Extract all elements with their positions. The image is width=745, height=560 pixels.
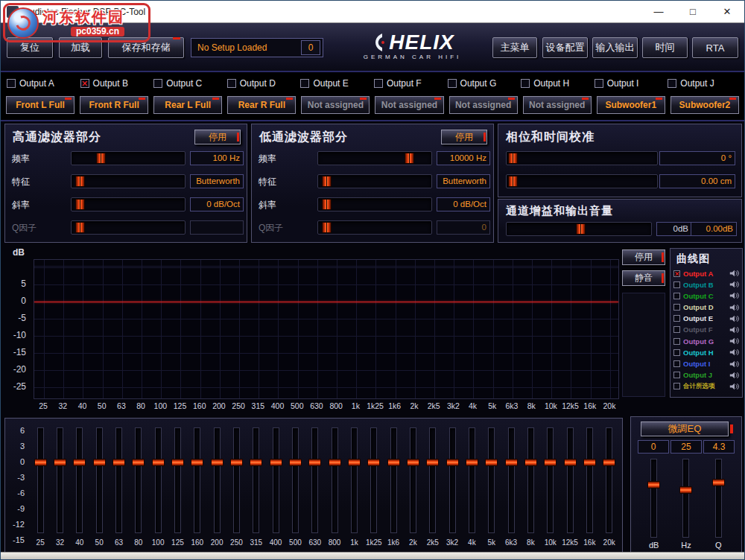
fine-eq-handle[interactable] bbox=[679, 486, 692, 494]
legend-checkbox[interactable] bbox=[673, 304, 680, 311]
gain-slider[interactable] bbox=[506, 222, 652, 236]
channel-name-button[interactable]: Not assigned bbox=[523, 96, 592, 114]
eq-band-handle[interactable] bbox=[308, 459, 321, 466]
phase-time-slider[interactable] bbox=[506, 174, 658, 188]
phase-time-value[interactable]: 0 ° bbox=[659, 151, 735, 165]
eq-band-handle[interactable] bbox=[112, 459, 125, 466]
filter-slider[interactable] bbox=[71, 174, 186, 188]
eq-band-handle[interactable] bbox=[485, 459, 498, 466]
eq-band-handle[interactable] bbox=[250, 459, 262, 466]
eq-band-slider[interactable] bbox=[429, 427, 436, 533]
lowpass-disable-button[interactable]: 停用 bbox=[441, 130, 487, 144]
output-tab[interactable]: Output C bbox=[153, 78, 227, 89]
eq-band-handle[interactable] bbox=[132, 459, 145, 466]
eq-band-slider[interactable] bbox=[57, 427, 63, 533]
eq-band-slider[interactable] bbox=[332, 427, 338, 533]
filter-value[interactable] bbox=[190, 220, 244, 235]
slider-handle[interactable] bbox=[75, 199, 85, 210]
legend-item[interactable]: Output F bbox=[673, 325, 740, 334]
slider-handle[interactable] bbox=[322, 222, 332, 233]
filter-value[interactable]: 0 dB/Oct bbox=[190, 197, 244, 211]
legend-item[interactable]: Output E bbox=[673, 314, 740, 323]
output-tab[interactable]: Output G bbox=[448, 78, 522, 89]
gain-db-value[interactable]: 0dB bbox=[656, 222, 692, 236]
filter-slider[interactable] bbox=[71, 151, 186, 165]
minimize-button[interactable]: — bbox=[641, 1, 676, 22]
legend-checkbox[interactable] bbox=[673, 293, 680, 299]
eq-band-slider[interactable] bbox=[351, 427, 358, 533]
speaker-icon[interactable] bbox=[729, 337, 740, 345]
highpass-disable-button[interactable]: 停用 bbox=[194, 130, 241, 144]
eq-band-handle[interactable] bbox=[211, 459, 224, 466]
legend-item[interactable]: Output H bbox=[673, 348, 740, 357]
eq-band-slider[interactable] bbox=[370, 427, 377, 533]
fine-eq-value[interactable]: 4.3 bbox=[703, 440, 735, 454]
rta-button[interactable]: RTA bbox=[692, 37, 738, 58]
eq-band-slider[interactable] bbox=[410, 427, 416, 533]
eq-band-slider[interactable] bbox=[96, 427, 103, 533]
legend-item[interactable]: Output G bbox=[673, 337, 740, 346]
legend-checkbox[interactable] bbox=[673, 349, 680, 356]
output-checkbox[interactable] bbox=[7, 79, 16, 88]
eq-band-handle[interactable] bbox=[270, 459, 282, 466]
filter-slider[interactable] bbox=[317, 151, 432, 165]
eq-band-handle[interactable] bbox=[230, 459, 243, 466]
speaker-icon[interactable] bbox=[729, 304, 740, 311]
eq-band-slider[interactable] bbox=[311, 427, 318, 533]
filter-value[interactable]: 100 Hz bbox=[190, 151, 244, 165]
gain-output-value[interactable]: 0.00dB bbox=[691, 222, 737, 236]
eq-band-handle[interactable] bbox=[505, 459, 518, 466]
legend-checkbox[interactable] bbox=[673, 326, 680, 333]
speaker-icon[interactable] bbox=[729, 360, 740, 368]
eq-band-handle[interactable] bbox=[73, 459, 86, 466]
close-button[interactable]: ✕ bbox=[710, 1, 744, 22]
speaker-icon[interactable] bbox=[729, 349, 740, 356]
output-checkbox[interactable] bbox=[80, 79, 89, 88]
eq-band-slider[interactable] bbox=[37, 427, 44, 533]
output-tab[interactable]: Output I bbox=[595, 78, 668, 89]
maximize-button[interactable]: □ bbox=[676, 1, 710, 22]
eq-band-slider[interactable] bbox=[390, 427, 397, 533]
speaker-icon[interactable] bbox=[729, 292, 740, 299]
eq-band-slider[interactable] bbox=[155, 427, 162, 533]
eq-band-slider[interactable] bbox=[449, 427, 456, 533]
output-tab[interactable]: Output E bbox=[300, 78, 374, 89]
eq-band-handle[interactable] bbox=[289, 459, 302, 466]
eq-band-handle[interactable] bbox=[407, 459, 419, 466]
output-checkbox[interactable] bbox=[374, 79, 383, 88]
eq-band-handle[interactable] bbox=[152, 459, 165, 466]
eq-band-slider[interactable] bbox=[115, 427, 122, 533]
eq-band-handle[interactable] bbox=[466, 459, 478, 466]
filter-slider[interactable] bbox=[71, 220, 186, 235]
eq-band-handle[interactable] bbox=[564, 459, 577, 466]
graph-disable-button[interactable]: 停用 bbox=[622, 249, 665, 265]
speaker-icon[interactable] bbox=[729, 372, 740, 379]
graph-mute-button[interactable]: 静音 bbox=[622, 270, 665, 286]
filter-slider[interactable] bbox=[317, 197, 432, 211]
fine-eq-button[interactable]: 微調EQ bbox=[641, 421, 729, 436]
slider-handle[interactable] bbox=[322, 176, 332, 187]
eq-band-handle[interactable] bbox=[191, 459, 203, 466]
filter-value[interactable]: 0 dB/Oct bbox=[437, 197, 490, 211]
eq-band-slider[interactable] bbox=[292, 427, 299, 533]
eq-band-handle[interactable] bbox=[544, 459, 557, 466]
eq-band-slider[interactable] bbox=[214, 427, 221, 533]
slider-handle[interactable] bbox=[576, 223, 586, 235]
legend-checkbox[interactable] bbox=[673, 372, 680, 378]
main-menu-button[interactable]: 主菜单 bbox=[492, 37, 537, 58]
eq-band-slider[interactable] bbox=[547, 427, 554, 533]
channel-name-button[interactable]: Front R Full bbox=[80, 96, 148, 114]
channel-name-button[interactable]: Subwoofer1 bbox=[597, 96, 665, 114]
eq-band-slider[interactable] bbox=[469, 427, 475, 533]
legend-item[interactable]: Output D bbox=[673, 303, 740, 312]
eq-band-handle[interactable] bbox=[603, 459, 615, 466]
eq-band-slider[interactable] bbox=[174, 427, 181, 533]
fine-eq-value[interactable]: 0 bbox=[638, 440, 669, 454]
channel-name-button[interactable]: Subwoofer2 bbox=[670, 96, 739, 114]
legend-item[interactable]: 合计所选项 bbox=[673, 382, 740, 391]
legend-checkbox[interactable] bbox=[673, 338, 680, 345]
channel-name-button[interactable]: Not assigned bbox=[301, 96, 370, 114]
slider-handle[interactable] bbox=[508, 176, 518, 187]
output-tab[interactable]: Output D bbox=[227, 78, 301, 89]
slider-handle[interactable] bbox=[508, 153, 518, 164]
